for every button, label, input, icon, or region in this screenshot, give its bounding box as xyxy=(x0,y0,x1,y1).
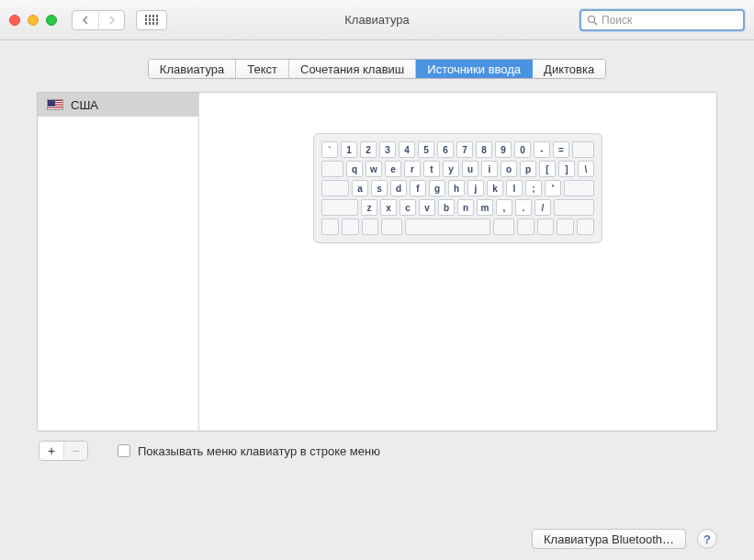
key xyxy=(493,218,514,235)
key xyxy=(554,199,594,216)
key: e xyxy=(385,161,401,177)
key xyxy=(321,161,343,177)
key xyxy=(557,218,574,235)
key: 9 xyxy=(495,141,512,158)
source-item-label: США xyxy=(71,98,98,112)
key: g xyxy=(429,180,445,196)
source-item-us[interactable]: США xyxy=(38,93,198,117)
keyboard-graphic: `1234567890-=qwertyuiop[]\asdfghjkl;'zxc… xyxy=(313,133,602,243)
key: 1 xyxy=(341,141,357,158)
key: 2 xyxy=(360,141,377,158)
chevron-right-icon xyxy=(108,16,116,25)
key: l xyxy=(506,180,523,196)
key: z xyxy=(361,199,377,216)
window-title: Клавиатура xyxy=(344,13,409,27)
show-menu-row: Показывать меню клавиатур в строке меню xyxy=(118,444,380,458)
key: 6 xyxy=(437,141,454,158)
tab-1[interactable]: Текст xyxy=(236,60,289,78)
key: v xyxy=(419,199,435,216)
key: y xyxy=(443,161,459,177)
nav-back-forward xyxy=(72,10,125,30)
key: a xyxy=(352,180,368,196)
key: 7 xyxy=(456,141,473,158)
show-menu-checkbox[interactable] xyxy=(118,444,130,457)
key: \ xyxy=(578,161,594,177)
key xyxy=(362,218,379,235)
key: o xyxy=(501,161,517,177)
key: 4 xyxy=(399,141,415,158)
key xyxy=(321,218,339,235)
key: h xyxy=(448,180,465,196)
key xyxy=(321,180,349,196)
key: w xyxy=(366,161,382,177)
key: r xyxy=(404,161,421,177)
tab-0[interactable]: Клавиатура xyxy=(149,60,236,78)
key xyxy=(381,218,402,235)
key xyxy=(564,180,594,196)
key: q xyxy=(346,161,363,177)
key: , xyxy=(496,199,512,216)
tab-bar: КлавиатураТекстСочетания клавишИсточники… xyxy=(37,59,717,79)
key xyxy=(537,218,555,235)
search-icon xyxy=(587,15,598,26)
key: c xyxy=(400,199,416,216)
key: t xyxy=(423,161,440,177)
key: p xyxy=(520,161,536,177)
key xyxy=(577,218,594,235)
show-menu-label: Показывать меню клавиатур в строке меню xyxy=(138,444,380,458)
back-button[interactable] xyxy=(73,11,98,29)
key: 5 xyxy=(418,141,434,158)
tab-3[interactable]: Источники ввода xyxy=(416,60,533,78)
bluetooth-keyboard-button[interactable]: Клавиатура Bluetooth… xyxy=(532,529,686,549)
key: ; xyxy=(525,180,542,196)
key: d xyxy=(390,180,407,196)
key: s xyxy=(371,180,388,196)
key: m xyxy=(477,199,493,216)
key xyxy=(321,199,358,216)
search-input[interactable] xyxy=(602,14,737,27)
key: x xyxy=(380,199,397,216)
key: = xyxy=(553,141,569,158)
forward-button[interactable] xyxy=(98,11,124,29)
grid-icon xyxy=(145,15,159,25)
key: b xyxy=(438,199,455,216)
key xyxy=(517,218,535,235)
key: 0 xyxy=(514,141,531,158)
key: - xyxy=(534,141,550,158)
key: j xyxy=(467,180,484,196)
key: f xyxy=(410,180,426,196)
zoom-window-button[interactable] xyxy=(46,15,57,26)
window-controls xyxy=(9,15,57,26)
key: ] xyxy=(558,161,575,177)
key xyxy=(405,218,490,235)
input-sources-list[interactable]: США xyxy=(38,93,199,431)
key: k xyxy=(487,180,503,196)
search-field[interactable] xyxy=(580,9,745,31)
key: u xyxy=(462,161,478,177)
titlebar: Клавиатура xyxy=(0,0,754,40)
key: i xyxy=(481,161,498,177)
key xyxy=(572,141,594,158)
tab-4[interactable]: Диктовка xyxy=(533,60,605,78)
key: 3 xyxy=(379,141,396,158)
key: n xyxy=(457,199,474,216)
chevron-left-icon xyxy=(82,16,89,25)
add-remove-segmented: + − xyxy=(39,441,88,461)
add-source-button[interactable]: + xyxy=(39,442,63,460)
svg-point-0 xyxy=(589,16,595,22)
key xyxy=(342,218,359,235)
key: ` xyxy=(321,141,338,158)
keyboard-preview: `1234567890-=qwertyuiop[]\asdfghjkl;'zxc… xyxy=(199,93,716,431)
key: ' xyxy=(545,180,561,196)
flag-us-icon xyxy=(47,99,63,110)
minimize-window-button[interactable] xyxy=(28,15,39,26)
tab-2[interactable]: Сочетания клавиш xyxy=(289,60,416,78)
help-button[interactable]: ? xyxy=(697,529,717,549)
key: / xyxy=(535,199,551,216)
show-all-button[interactable] xyxy=(136,10,167,30)
main-panel: США `1234567890-=qwertyuiop[]\asdfghjkl;… xyxy=(37,92,717,431)
remove-source-button[interactable]: − xyxy=(63,442,87,460)
key: . xyxy=(515,199,532,216)
key: 8 xyxy=(476,141,492,158)
close-window-button[interactable] xyxy=(9,15,20,26)
